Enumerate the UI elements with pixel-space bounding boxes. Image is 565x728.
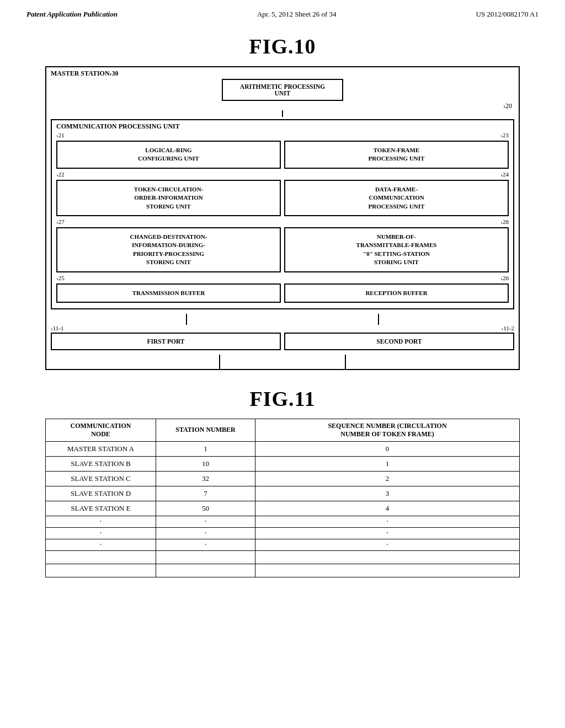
token-frame-unit: TOKEN-FRAMEPROCESSING UNIT <box>284 141 509 169</box>
fig10-title: FIG.10 <box>33 34 532 58</box>
cell-node: SLAVE STATION D <box>46 486 156 501</box>
bottom-line-right <box>345 355 346 369</box>
table-header-row: COMMUNICATIONNODE STATION NUMBER SEQUENC… <box>46 419 520 441</box>
port-ref-row: ›11-1 ›11-2 <box>51 325 514 331</box>
changed-destination-unit: CHANGED-DESTINATION-INFORMATION-DURING-P… <box>56 227 281 272</box>
main-content: FIG.10 MASTER STATION ›30 ARITHMETIC PRO… <box>0 23 565 588</box>
cell-station: 32 <box>156 471 255 486</box>
publication-label: Patent Application Publication <box>26 10 118 19</box>
fig10-diagram: MASTER STATION ›30 ARITHMETIC PROCESSING… <box>45 66 520 370</box>
empty-cell-3 <box>255 550 520 564</box>
reception-buffer: RECEPTION BUFFER <box>284 283 509 303</box>
cell-sequence: 0 <box>255 441 520 456</box>
master-station-ref: ›30 <box>110 69 119 78</box>
second-port: SECOND PORT <box>284 333 514 350</box>
empty-row <box>46 564 520 577</box>
ref-25: ›25 <box>56 275 65 281</box>
table-row: SLAVE STATION C 32 2 <box>46 471 520 486</box>
ref-24: ›24 <box>500 171 509 178</box>
table-row: SLAVE STATION E 50 4 <box>46 501 520 516</box>
cell-node: SLAVE STATION B <box>46 456 156 471</box>
cell-station: 50 <box>156 501 255 516</box>
unit-ref-row-2: ›22 ›24 <box>56 171 509 178</box>
dot-cell-2: · <box>156 527 255 539</box>
blocks-row-2: TOKEN-CIRCULATION-ORDER-INFORMATIONSTORI… <box>56 180 509 216</box>
dot-cell-3: · <box>255 539 520 550</box>
first-port: FIRST PORT <box>51 333 281 350</box>
cell-node: SLAVE STATION C <box>46 471 156 486</box>
ref-26: ›26 <box>500 275 509 281</box>
dot-cell-1: · <box>46 539 156 550</box>
ref-21: ›21 <box>56 132 65 138</box>
unit-ref-row-3: ›27 ›28 <box>56 218 509 225</box>
dot-row: · · · <box>46 527 520 539</box>
token-circulation-unit: TOKEN-CIRCULATION-ORDER-INFORMATIONSTORI… <box>56 180 281 216</box>
cpu-label: COMMUNICATION PROCESSING UNIT <box>56 122 509 131</box>
ref-22: ›22 <box>56 171 65 178</box>
blocks-row-3: CHANGED-DESTINATION-INFORMATION-DURING-P… <box>56 227 509 272</box>
table-row: MASTER STATION A 1 0 <box>46 441 520 456</box>
dot-row: · · · <box>46 516 520 527</box>
empty-cell-2 <box>156 550 255 564</box>
cell-station: 7 <box>156 486 255 501</box>
fig11-title: FIG.11 <box>33 387 532 411</box>
master-station-label: MASTER STATION <box>51 69 110 78</box>
cell-station: 10 <box>156 456 255 471</box>
cell-node: SLAVE STATION E <box>46 501 156 516</box>
empty-cell-1 <box>46 550 156 564</box>
bottom-port-lines <box>46 355 519 369</box>
dot-cell-3: · <box>255 527 520 539</box>
sheet-info: Apr. 5, 2012 Sheet 26 of 34 <box>257 10 337 19</box>
apu-block: ARITHMETIC PROCESSING UNIT <box>222 79 343 101</box>
connector-right <box>378 314 379 325</box>
bottom-line-left <box>219 355 220 369</box>
empty-cell-2 <box>156 564 255 577</box>
cpu-box: COMMUNICATION PROCESSING UNIT ›21 ›23 LO… <box>51 119 514 309</box>
table-row: SLAVE STATION B 10 1 <box>46 456 520 471</box>
ref-23: ›23 <box>500 132 509 138</box>
ref-11-1: ›11-1 <box>51 325 63 331</box>
cell-station: 1 <box>156 441 255 456</box>
logical-ring-unit: LOGICAL-RINGCONFIGURING UNIT <box>56 141 281 169</box>
col-header-node: COMMUNICATIONNODE <box>46 419 156 441</box>
dot-cell-2: · <box>156 539 255 550</box>
cell-sequence: 2 <box>255 471 520 486</box>
ref-27: ›27 <box>56 218 65 225</box>
dot-cell-1: · <box>46 527 156 539</box>
dot-row: · · · <box>46 539 520 550</box>
blocks-row-4: TRANSMISSION BUFFER RECEPTION BUFFER <box>56 283 509 303</box>
empty-cell-1 <box>46 564 156 577</box>
connector-left <box>186 314 187 325</box>
cell-sequence: 3 <box>255 486 520 501</box>
ref-28: ›28 <box>500 218 509 225</box>
cell-node: MASTER STATION A <box>46 441 156 456</box>
cell-sequence: 4 <box>255 501 520 516</box>
patent-number: US 2012/0082170 A1 <box>476 10 539 19</box>
col-header-station: STATION NUMBER <box>156 419 255 441</box>
cell-sequence: 1 <box>255 456 520 471</box>
transmission-buffer: TRANSMISSION BUFFER <box>56 283 281 303</box>
apu-row: ARITHMETIC PROCESSING UNIT <box>46 79 519 101</box>
dot-cell-2: · <box>156 516 255 527</box>
apu-line1: ARITHMETIC PROCESSING <box>239 83 326 90</box>
col-header-sequence: SEQUENCE NUMBER (CIRCULATIONNUMBER OF TO… <box>255 419 520 441</box>
table-row: SLAVE STATION D 7 3 <box>46 486 520 501</box>
data-frame-unit: DATA-FRAME-COMMUNICATIONPROCESSING UNIT <box>284 180 509 216</box>
cpu-ref-row-1: ›21 ›23 <box>56 132 509 138</box>
number-of-frames-unit: NUMBER-OF-TRANSMITTABLE-FRAMES"0" SETTIN… <box>284 227 509 272</box>
page-header: Patent Application Publication Apr. 5, 2… <box>0 0 565 23</box>
ports-section: ›11-1 ›11-2 FIRST PORT SECOND PORT <box>51 325 514 350</box>
dot-cell-3: · <box>255 516 520 527</box>
empty-row <box>46 550 520 564</box>
fig11-table: COMMUNICATIONNODE STATION NUMBER SEQUENC… <box>45 419 520 577</box>
unit-ref-row-4: ›25 ›26 <box>56 275 509 281</box>
apu-line2: UNIT <box>239 90 326 97</box>
ref-11-2: ›11-2 <box>502 325 514 331</box>
empty-cell-3 <box>255 564 520 577</box>
cpu-port-connectors <box>46 314 519 325</box>
apu-cpu-connector <box>46 110 519 117</box>
blocks-row-1: LOGICAL-RINGCONFIGURING UNIT TOKEN-FRAME… <box>56 141 509 169</box>
ports-grid: FIRST PORT SECOND PORT <box>51 333 514 350</box>
master-station-header: MASTER STATION ›30 <box>46 67 519 78</box>
dot-cell-1: · <box>46 516 156 527</box>
